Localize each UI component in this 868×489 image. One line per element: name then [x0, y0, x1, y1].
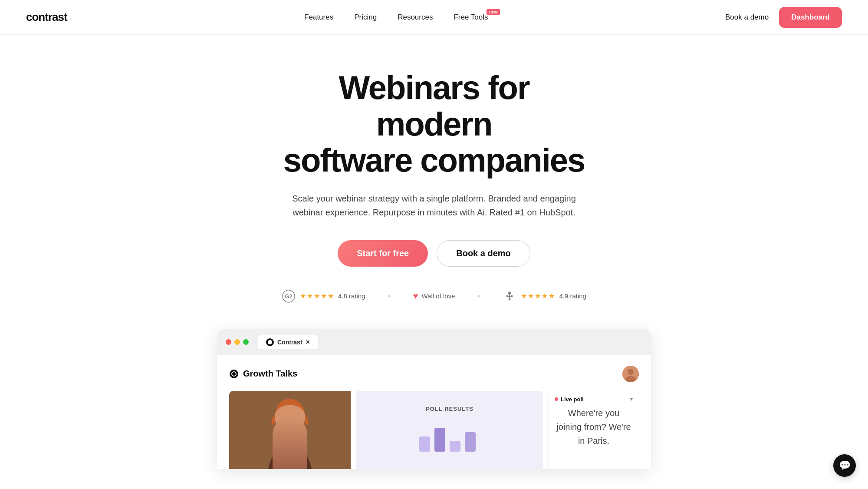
nav-book-demo[interactable]: Book a demo: [725, 13, 769, 22]
browser-content: Growth Talks: [217, 355, 651, 469]
hero-cta-group: Start for free Book a demo: [9, 240, 859, 267]
app-header: Growth Talks: [229, 366, 639, 382]
hero-section: Webinars for modern software companies S…: [0, 35, 868, 486]
sidebar-panel: Live poll ▾ Where're you joining from? W…: [543, 391, 639, 469]
wall-of-love: ♥ Wall of love: [413, 291, 455, 301]
hubspot-stars: ★ ★ ★ ★ ★: [521, 292, 555, 300]
g2-icon: G2: [282, 289, 296, 303]
app-title: Growth Talks: [229, 369, 297, 379]
tab-close-button[interactable]: ×: [306, 338, 310, 346]
dot-yellow[interactable]: [234, 339, 240, 345]
book-demo-button[interactable]: Book a demo: [437, 240, 530, 267]
tab-label: Contrast: [277, 339, 302, 346]
ratings-row: G2 ★ ★ ★ ★ ★ 4.8 rating ♥ Wall of love: [9, 289, 859, 303]
live-poll-card: Live poll ▾ Where're you joining from? W…: [549, 391, 639, 469]
hero-subtext: Scale your webinar strategy with a singl…: [286, 192, 582, 219]
hubspot-rating-text: 4.9 rating: [559, 292, 586, 300]
chat-bubble-icon: 💬: [839, 460, 851, 471]
nav-features[interactable]: Features: [304, 13, 333, 21]
divider-2: [477, 295, 480, 297]
browser-main-content: POLL RESULTS: [229, 391, 639, 469]
poll-results-label: POLL RESULTS: [426, 406, 473, 412]
g2-stars: ★ ★ ★ ★ ★: [300, 292, 334, 300]
chevron-down-icon[interactable]: ▾: [630, 396, 633, 402]
center-panel: POLL RESULTS: [356, 391, 543, 469]
nav-free-tools[interactable]: Free Tools: [454, 13, 488, 21]
svg-rect-16: [450, 441, 460, 452]
poll-chart: [415, 419, 484, 454]
logo[interactable]: contrast: [26, 10, 67, 24]
chat-support-button[interactable]: 💬: [833, 454, 856, 477]
svg-rect-17: [465, 432, 476, 452]
browser-mockup: Contrast × Growth Talks: [217, 329, 651, 469]
svg-rect-15: [434, 428, 445, 452]
app-logo-icon: [229, 369, 239, 379]
divider-1: [388, 295, 391, 297]
live-badge-indicator: [555, 397, 558, 401]
hubspot-rating: ★ ★ ★ ★ ★ 4.9 rating: [503, 289, 586, 303]
live-poll-title: Live poll: [555, 396, 584, 403]
dot-red[interactable]: [226, 339, 231, 345]
live-poll-header: Live poll ▾: [555, 396, 633, 403]
g2-rating: G2 ★ ★ ★ ★ ★ 4.8 rating: [282, 289, 365, 303]
navigation: contrast Features Pricing Resources Free…: [0, 0, 868, 35]
nav-pricing[interactable]: Pricing: [354, 13, 377, 21]
dot-green[interactable]: [243, 339, 249, 345]
browser-traffic-lights: [226, 339, 249, 345]
nav-resources[interactable]: Resources: [398, 13, 433, 21]
start-for-free-button[interactable]: Start for free: [338, 240, 428, 267]
video-person: [229, 391, 351, 469]
browser-bar: Contrast ×: [217, 329, 651, 355]
svg-point-2: [508, 291, 511, 294]
app-avatar: [622, 366, 639, 382]
svg-text:G2: G2: [285, 293, 292, 300]
svg-point-6: [268, 340, 272, 344]
video-panel: [229, 391, 351, 469]
hero-headline: Webinars for modern software companies: [278, 69, 590, 178]
browser-tab[interactable]: Contrast ×: [258, 335, 318, 349]
svg-point-3: [506, 295, 509, 297]
g2-rating-text: 4.8 rating: [338, 292, 365, 300]
hubspot-icon: [503, 289, 516, 303]
svg-rect-14: [419, 436, 430, 452]
new-badge: new: [487, 9, 500, 15]
poll-message: Where're you joining from? We're in Pari…: [555, 406, 633, 448]
svg-point-4: [511, 295, 513, 297]
heart-icon: ♥: [413, 291, 418, 301]
dashboard-button[interactable]: Dashboard: [779, 7, 842, 28]
tab-logo-icon: [266, 338, 274, 346]
wall-of-love-label: Wall of love: [421, 292, 455, 300]
svg-point-7: [230, 370, 238, 378]
svg-point-10: [628, 369, 634, 375]
